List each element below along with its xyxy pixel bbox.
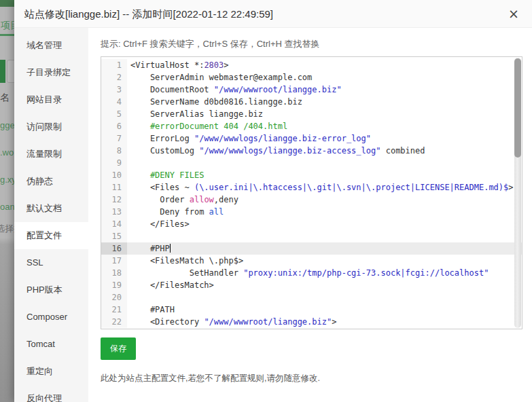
screen: 项目 名 gge .wo g.xy oan 选择批 站点修改[liangge.b… (0, 0, 532, 402)
editor-line-3[interactable]: 3 DocumentRoot "/www/wwwroot/liangge.biz… (101, 84, 522, 96)
backdrop-site-link-fragment: gge (0, 120, 14, 130)
editor-line-21[interactable]: 21 #PATH (101, 304, 522, 316)
line-number: 19 (101, 279, 127, 291)
code-text[interactable]: DocumentRoot "/www/wwwroot/liangge.biz" (127, 84, 522, 96)
backdrop-column-header-fragment: 名 (0, 92, 10, 104)
sidebar-item-域名管理[interactable]: 域名管理 (14, 32, 88, 59)
sidebar-item-重定向[interactable]: 重定向 (14, 358, 88, 385)
close-icon[interactable]: × (503, 0, 524, 28)
config-sidebar: 域名管理子目录绑定网站目录访问限制流量限制伪静态默认文档配置文件SSLPHP版本… (14, 28, 88, 402)
editor-line-15[interactable]: 15 (101, 230, 522, 242)
backdrop-white-button-fragment (7, 60, 14, 83)
line-number: 13 (101, 206, 127, 218)
sidebar-item-PHP版本[interactable]: PHP版本 (14, 276, 88, 304)
code-text[interactable]: <VirtualHost *:2803> (127, 59, 522, 71)
editor-line-19[interactable]: 19 </FilesMatch> (101, 279, 522, 291)
code-text[interactable]: <Files ~ (\.user.ini|\.htaccess|\.git|\.… (127, 181, 522, 194)
sidebar-item-Tomcat[interactable]: Tomcat (14, 331, 88, 358)
code-text[interactable] (127, 291, 522, 304)
modal-title: 站点修改[liangge.biz] -- 添加时间[2022-01-12 22:… (24, 0, 273, 28)
code-text[interactable]: </Files> (127, 218, 522, 230)
backdrop-green-button-fragment (0, 60, 5, 83)
line-number: 11 (101, 181, 127, 194)
editor-line-18[interactable]: 18 SetHandler "proxy:unix:/tmp/php-cgi-7… (101, 267, 522, 279)
code-text[interactable]: ErrorLog "/www/wwwlogs/liangge.biz-error… (127, 132, 522, 145)
code-text[interactable]: #errorDocument 404 /404.html (127, 120, 522, 132)
code-text[interactable]: Deny from all (127, 206, 522, 218)
editor-line-13[interactable]: 13 Deny from all (101, 206, 522, 218)
code-text[interactable]: </FilesMatch> (127, 279, 522, 291)
line-number: 22 (101, 316, 127, 328)
editor-line-6[interactable]: 6 #errorDocument 404 /404.html (101, 120, 522, 132)
line-number: 7 (101, 132, 127, 145)
code-text[interactable] (127, 230, 522, 242)
code-text[interactable]: <Directory "/www/wwwroot/liangge.biz"> (127, 316, 522, 328)
editor-line-8[interactable]: 8 CustomLog "/www/wwwlogs/liangge.biz-ac… (101, 145, 522, 157)
editor-line-12[interactable]: 12 Order allow,deny (101, 194, 522, 206)
site-settings-modal: 站点修改[liangge.biz] -- 添加时间[2022-01-12 22:… (14, 0, 532, 402)
code-text[interactable]: #DENY FILES (127, 169, 522, 181)
line-number: 10 (101, 169, 127, 181)
save-button[interactable]: 保存 (101, 337, 136, 360)
code-text[interactable]: #PATH (127, 304, 522, 316)
editor-line-22[interactable]: 22 <Directory "/www/wwwroot/liangge.biz"… (101, 316, 522, 328)
dimmed-backdrop: 项目 名 gge .wo g.xy oan 选择批 (0, 0, 14, 402)
sidebar-item-反向代理[interactable]: 反向代理 (14, 385, 88, 402)
sidebar-item-流量限制[interactable]: 流量限制 (14, 141, 88, 168)
line-number: 21 (101, 304, 127, 316)
code-text[interactable]: #PHP (127, 242, 522, 255)
config-file-panel: 提示: Ctrl+F 搜索关键字，Ctrl+S 保存，Ctrl+H 查找替换 1… (88, 28, 532, 402)
editor-line-17[interactable]: 17 <FilesMatch \.php$> (101, 255, 522, 267)
editor-line-10[interactable]: 10 #DENY FILES (101, 169, 522, 181)
backdrop-site-link-fragment: g.xy (0, 175, 14, 185)
sidebar-item-伪静态[interactable]: 伪静态 (14, 168, 88, 195)
line-number: 9 (101, 157, 127, 169)
sidebar-item-网站目录[interactable]: 网站目录 (14, 86, 88, 113)
modal-body: 域名管理子目录绑定网站目录访问限制流量限制伪静态默认文档配置文件SSLPHP版本… (14, 28, 532, 402)
code-text[interactable]: CustomLog "/www/wwwlogs/liangge.biz-acce… (127, 145, 522, 157)
line-number: 1 (101, 59, 127, 71)
code-text[interactable]: <FilesMatch \.php$> (127, 255, 522, 267)
line-number: 2 (101, 71, 127, 84)
text-cursor (170, 244, 171, 253)
sidebar-item-默认文档[interactable]: 默认文档 (14, 195, 88, 222)
sidebar-item-子目录绑定[interactable]: 子目录绑定 (14, 59, 88, 86)
editor-line-11[interactable]: 11 <Files ~ (\.user.ini|\.htaccess|\.git… (101, 181, 522, 194)
line-number: 12 (101, 194, 127, 206)
backdrop-tab-fragment: 项目 (1, 20, 14, 32)
editor-line-1[interactable]: 1<VirtualHost *:2803> (101, 59, 522, 71)
sidebar-item-Composer[interactable]: Composer (14, 304, 88, 331)
editor-line-7[interactable]: 7 ErrorLog "/www/wwwlogs/liangge.biz-err… (101, 132, 522, 145)
editor-line-9[interactable]: 9 (101, 157, 522, 169)
editor-line-5[interactable]: 5 ServerAlias liangge.biz (101, 108, 522, 120)
editor-line-16[interactable]: 16 #PHP (101, 242, 522, 255)
code-text[interactable]: ServerName d0bd0816.liangge.biz (127, 96, 522, 108)
line-number: 5 (101, 108, 127, 120)
code-text[interactable]: ServerAdmin webmaster@example.com (127, 71, 522, 84)
code-text[interactable]: SetHandler "proxy:unix:/tmp/php-cgi-73.s… (127, 267, 522, 279)
editor-scrollbar-thumb[interactable] (514, 58, 521, 158)
config-code-editor[interactable]: 1<VirtualHost *:2803>2 ServerAdmin webma… (101, 56, 522, 329)
sidebar-item-SSL[interactable]: SSL (14, 249, 88, 276)
line-number: 8 (101, 145, 127, 157)
backdrop-tab-underline (0, 34, 14, 36)
line-number: 17 (101, 255, 127, 267)
editor-line-2[interactable]: 2 ServerAdmin webmaster@example.com (101, 71, 522, 84)
editor-line-20[interactable]: 20 (101, 291, 522, 304)
line-number: 15 (101, 230, 127, 242)
code-text[interactable]: Order allow,deny (127, 194, 522, 206)
modal-header: 站点修改[liangge.biz] -- 添加时间[2022-01-12 22:… (14, 0, 532, 28)
line-number: 20 (101, 291, 127, 304)
editor-line-4[interactable]: 4 ServerName d0bd0816.liangge.biz (101, 96, 522, 108)
sidebar-item-访问限制[interactable]: 访问限制 (14, 113, 88, 141)
backdrop-site-link-fragment: oan (0, 202, 14, 212)
code-text[interactable]: ServerAlias liangge.biz (127, 108, 522, 120)
editor-line-14[interactable]: 14 </Files> (101, 218, 522, 230)
backdrop-select-fragment: 选择批 (0, 223, 14, 235)
sidebar-item-配置文件[interactable]: 配置文件 (14, 222, 88, 249)
backdrop-topbar-fragment (0, 0, 14, 7)
line-number: 6 (101, 120, 127, 132)
code-text[interactable] (127, 157, 522, 169)
line-number: 4 (101, 96, 127, 108)
backdrop-site-link-fragment: .wo (0, 147, 14, 158)
